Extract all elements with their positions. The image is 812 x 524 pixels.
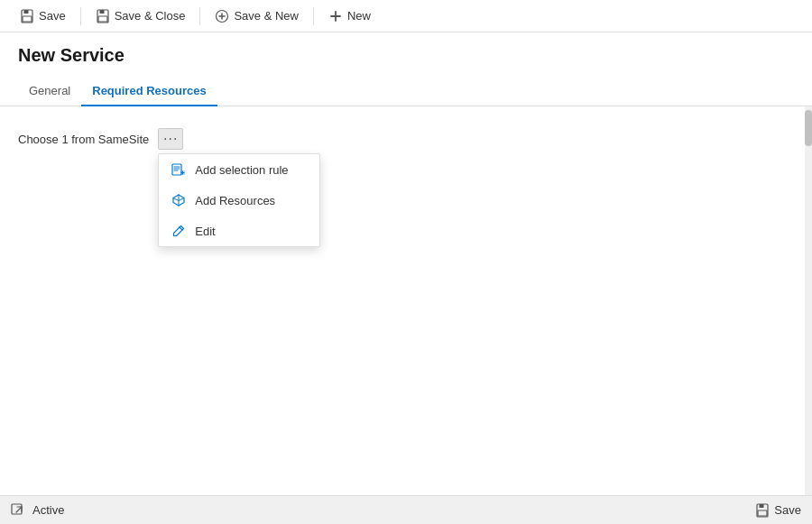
edit-icon — [171, 224, 186, 238]
status-left: Active — [11, 503, 64, 518]
tab-required-resources[interactable]: Required Resources — [81, 77, 217, 106]
save-close-button[interactable]: Save & Close — [87, 5, 195, 27]
more-options-button[interactable]: ··· — [158, 128, 183, 150]
page-title: New Service — [18, 45, 794, 66]
scrollbar-track[interactable] — [805, 106, 812, 495]
save-icon — [20, 9, 34, 23]
status-save-icon — [755, 503, 770, 518]
add-selection-rule-item[interactable]: Add selection rule — [159, 154, 319, 185]
new-button[interactable]: New — [319, 5, 380, 27]
divider-2 — [199, 7, 200, 25]
save-label: Save — [39, 9, 66, 23]
new-icon — [328, 9, 343, 23]
scrollbar-thumb[interactable] — [805, 110, 812, 146]
status-save-label: Save — [774, 503, 801, 517]
svg-rect-5 — [98, 16, 107, 22]
status-bar: Active Save — [0, 495, 812, 524]
add-selection-rule-label: Add selection rule — [195, 163, 288, 177]
status-save-button[interactable]: Save — [755, 503, 801, 518]
toolbar: Save Save & Close Save & New New — [0, 0, 812, 32]
svg-rect-12 — [758, 510, 767, 516]
tab-general[interactable]: General — [18, 77, 81, 106]
status-text: Active — [32, 503, 64, 517]
status-external-icon — [11, 503, 25, 518]
svg-rect-2 — [23, 16, 32, 22]
edit-item[interactable]: Edit — [159, 216, 319, 246]
save-new-button[interactable]: Save & New — [206, 5, 308, 27]
resource-row: Choose 1 from SameSite ··· Add selecti — [18, 128, 787, 150]
more-btn-container: ··· Add selection rule — [158, 128, 183, 150]
add-resources-icon — [171, 193, 186, 207]
content-area: Choose 1 from SameSite ··· Add selecti — [0, 106, 812, 495]
divider-3 — [313, 7, 314, 25]
page-header: New Service — [0, 32, 812, 77]
tabs-bar: General Required Resources — [0, 77, 812, 106]
dropdown-menu: Add selection rule Add Resources — [158, 153, 320, 247]
resource-label: Choose 1 from SameSite — [18, 133, 149, 146]
save-new-label: Save & New — [234, 9, 299, 23]
add-selection-rule-icon — [171, 162, 186, 177]
svg-rect-9 — [12, 504, 22, 514]
save-button[interactable]: Save — [11, 5, 75, 27]
edit-label: Edit — [195, 225, 215, 238]
svg-rect-4 — [99, 10, 104, 14]
save-close-icon — [96, 9, 110, 23]
save-close-label: Save & Close — [115, 9, 186, 23]
more-dots: ··· — [163, 132, 178, 146]
new-label: New — [347, 9, 371, 23]
content-inner: Choose 1 from SameSite ··· Add selecti — [0, 106, 805, 495]
svg-rect-7 — [172, 164, 181, 175]
add-resources-item[interactable]: Add Resources — [159, 185, 319, 216]
svg-rect-1 — [24, 10, 29, 14]
save-new-icon — [215, 9, 229, 23]
svg-rect-11 — [760, 504, 764, 508]
divider-1 — [80, 7, 81, 25]
add-resources-label: Add Resources — [195, 194, 275, 207]
